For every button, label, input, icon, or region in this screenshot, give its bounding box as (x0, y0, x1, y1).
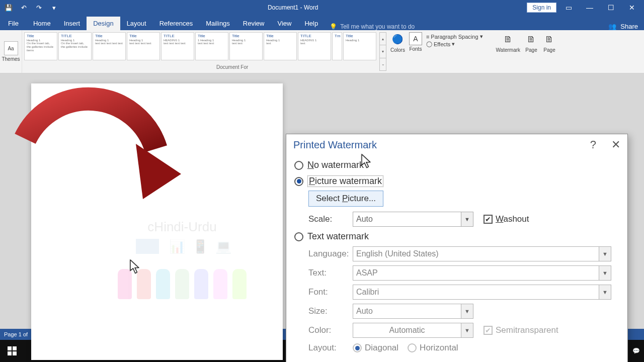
quick-access-toolbar: 💾 ↶ ↷ ▾ (0, 3, 59, 13)
colors-icon: 🔵 (390, 32, 405, 46)
style-card[interactable]: Title1 Heading 1text text text (195, 32, 228, 60)
chevron-down-icon[interactable]: ▼ (599, 247, 611, 261)
scale-combo[interactable]: ▼ (353, 212, 473, 227)
size-input[interactable] (353, 307, 461, 316)
watermark-label: Watermark (496, 47, 521, 53)
annotation-arrow-icon (5, 73, 196, 204)
effects-button[interactable]: ◯ Effects ▾ (426, 41, 483, 47)
chevron-down-icon[interactable]: ▼ (599, 285, 611, 299)
tab-mailings[interactable]: Mailings (199, 17, 236, 30)
style-card[interactable]: TITLEHEADING 1text text text text (161, 32, 194, 60)
tab-file[interactable]: File (0, 17, 27, 30)
language-combo[interactable]: ▼ (353, 246, 611, 261)
document-area[interactable]: cHindi-Urdu 📊 📱 💻 (0, 73, 644, 329)
close-icon[interactable]: ✕ (623, 1, 641, 15)
start-button[interactable] (0, 340, 24, 362)
ribbon-options-icon[interactable]: ▭ (559, 1, 578, 15)
fonts-button[interactable]: A Fonts (409, 32, 422, 52)
colors-button[interactable]: 🔵 Colors (390, 32, 405, 53)
style-card[interactable]: TitleHeading 1 (343, 32, 376, 60)
washout-label: ashout (503, 214, 529, 224)
page-borders-icon: 🗎 (542, 32, 556, 46)
tab-view[interactable]: View (271, 17, 298, 30)
tab-design[interactable]: Design (87, 17, 120, 30)
themes-label: Themes (2, 56, 20, 62)
font-combo[interactable]: ▼ (353, 285, 611, 300)
help-icon[interactable]: ? (590, 138, 596, 151)
language-input[interactable] (353, 249, 599, 258)
chevron-down-icon[interactable]: ▼ (461, 212, 473, 226)
share-icon: 👥 (608, 23, 616, 30)
sign-in-button[interactable]: Sign in (527, 3, 556, 13)
text-input[interactable] (353, 268, 599, 278)
page-color-icon: 🗎 (524, 32, 538, 46)
svg-rect-3 (8, 351, 12, 355)
chevron-down-icon[interactable]: ▼ (461, 304, 473, 318)
style-card[interactable]: TITLEHEADING 1text (298, 32, 331, 60)
watermark-icon: 🗎 (501, 32, 515, 46)
tell-me-placeholder: Tell me what you want to do (340, 23, 415, 30)
page-color-label: Page (525, 47, 537, 53)
font-input[interactable] (353, 288, 599, 297)
font-label: Font: (294, 287, 345, 297)
maximize-icon[interactable]: ☐ (602, 1, 620, 15)
radio-no-watermark[interactable]: No watermark (294, 157, 619, 173)
style-card[interactable]: TitleHeading 1text text text text text (93, 32, 126, 60)
chevron-down-icon[interactable]: ▼ (461, 323, 473, 337)
page-indicator[interactable]: Page 1 of (4, 331, 28, 337)
tray-notifications-icon[interactable]: 💬 (632, 347, 640, 354)
watermark-button[interactable]: 🗎 Watermark (496, 32, 521, 53)
size-combo[interactable]: ▼ (353, 304, 473, 319)
page-borders-label: Page (543, 47, 555, 53)
text-combo[interactable]: ▼ (353, 265, 611, 281)
page-color-button[interactable]: 🗎 Page (524, 32, 538, 53)
tell-me-search[interactable]: 💡 Tell me what you want to do (325, 23, 420, 30)
scale-label: Scale: (294, 214, 345, 224)
color-combo[interactable]: ▼ (353, 323, 473, 338)
save-icon[interactable]: 💾 (4, 3, 14, 13)
paragraph-spacing-button[interactable]: ≡ Paragraph Spacing ▾ (426, 33, 483, 40)
tab-help[interactable]: Help (298, 17, 325, 30)
share-button[interactable]: Share (620, 23, 638, 30)
chevron-down-icon[interactable]: ▼ (599, 266, 611, 280)
tab-home[interactable]: Home (27, 17, 57, 30)
style-card[interactable]: TitleHeading 1text text text text (127, 32, 160, 60)
themes-button[interactable]: Aa Themes (0, 30, 22, 73)
svg-marker-0 (136, 144, 181, 199)
title-bar: 💾 ↶ ↷ ▾ Document1 - Word Sign in ▭ — ☐ ✕ (0, 0, 644, 15)
style-card[interactable]: TITLEHeading 1On the Insert tab, the gal… (58, 32, 92, 60)
fonts-label: Fonts (409, 46, 422, 52)
tab-review[interactable]: Review (236, 17, 271, 30)
style-card[interactable]: Tm (332, 32, 342, 60)
lightbulb-icon: 💡 (330, 23, 337, 30)
minimize-icon[interactable]: — (581, 1, 599, 15)
page-borders-button[interactable]: 🗎 Page (542, 32, 556, 53)
radio-icon (294, 232, 303, 241)
tab-references[interactable]: References (153, 17, 199, 30)
style-card[interactable]: TitleHeading 1On the Insert tab, the gal… (24, 32, 57, 60)
colors-label: Colors (390, 47, 405, 53)
style-card[interactable]: TitleHeading 1text (264, 32, 297, 60)
dialog-title: Printed Watermark (293, 139, 377, 151)
ribbon-tabs: File Home Insert Design Layout Reference… (0, 15, 644, 30)
undo-icon[interactable]: ↶ (19, 3, 29, 13)
select-picture-button[interactable]: Select Picture... (308, 191, 383, 207)
washout-checkbox[interactable]: ✔ (484, 215, 493, 224)
style-card[interactable]: TitleHeading 1text text (229, 32, 263, 60)
document-title: Document1 - Word (59, 4, 527, 11)
tab-layout[interactable]: Layout (120, 17, 153, 30)
size-label: Size: (294, 306, 345, 316)
dialog-close-icon[interactable]: ✕ (611, 138, 620, 151)
tab-insert[interactable]: Insert (57, 17, 87, 30)
radio-picture-watermark[interactable]: Picture watermark (294, 173, 619, 190)
qat-dropdown-icon[interactable]: ▾ (49, 3, 59, 13)
watermark-text: cHindi-Urdu (97, 219, 268, 235)
gallery-expand-icon[interactable]: ▴▾⌄ (379, 32, 386, 71)
redo-icon[interactable]: ↷ (34, 3, 44, 13)
color-input[interactable] (353, 326, 461, 335)
radio-text-watermark[interactable]: Text watermark (294, 229, 619, 244)
printed-watermark-dialog: Printed Watermark ? ✕ No watermark Pictu… (286, 134, 628, 362)
ribbon-design: Aa Themes TitleHeading 1On the Insert ta… (0, 30, 644, 73)
document-formatting-gallery[interactable]: TitleHeading 1On the Insert tab, the gal… (22, 30, 378, 73)
scale-input[interactable] (353, 215, 461, 224)
